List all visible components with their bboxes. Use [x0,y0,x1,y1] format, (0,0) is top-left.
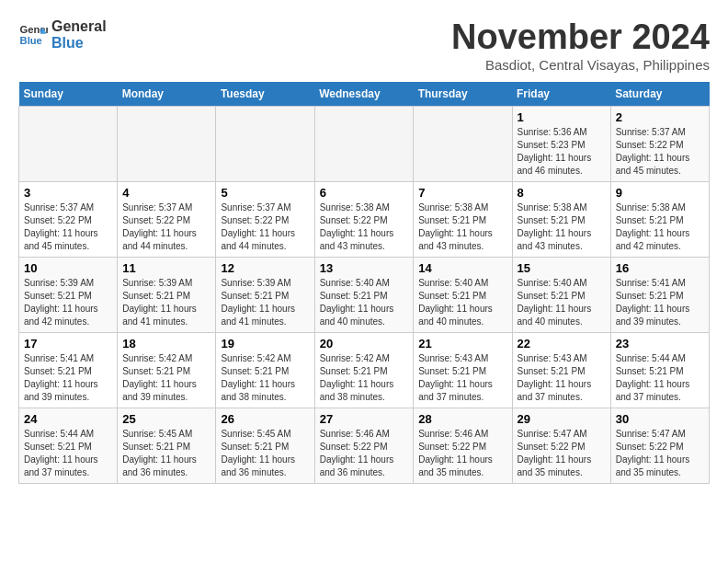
calendar-cell: 4Sunrise: 5:37 AM Sunset: 5:22 PM Daylig… [118,181,216,257]
header: General Blue General Blue November 2024 … [18,18,710,73]
day-number: 11 [122,261,210,275]
day-info: Sunrise: 5:38 AM Sunset: 5:21 PM Dayligh… [616,201,704,253]
day-number: 28 [418,412,506,426]
day-number: 1 [518,110,606,124]
logo: General Blue General Blue [18,18,107,52]
day-info: Sunrise: 5:42 AM Sunset: 5:21 PM Dayligh… [221,352,309,404]
calendar-cell: 26Sunrise: 5:45 AM Sunset: 5:21 PM Dayli… [216,408,314,483]
week-row-5: 24Sunrise: 5:44 AM Sunset: 5:21 PM Dayli… [19,408,710,483]
weekday-header-wednesday: Wednesday [314,82,414,107]
weekday-header-thursday: Thursday [414,82,512,107]
day-number: 13 [320,261,409,275]
month-title: November 2024 [451,18,710,57]
day-info: Sunrise: 5:41 AM Sunset: 5:21 PM Dayligh… [616,277,704,328]
calendar-cell: 25Sunrise: 5:45 AM Sunset: 5:21 PM Dayli… [118,408,216,483]
calendar-cell: 27Sunrise: 5:46 AM Sunset: 5:22 PM Dayli… [314,408,414,483]
day-number: 24 [24,412,112,426]
weekday-header-tuesday: Tuesday [216,82,314,107]
day-info: Sunrise: 5:43 AM Sunset: 5:21 PM Dayligh… [418,352,506,404]
logo-general: General [51,18,107,35]
weekday-header-friday: Friday [512,82,610,107]
calendar-cell: 13Sunrise: 5:40 AM Sunset: 5:21 PM Dayli… [314,257,414,332]
week-row-4: 17Sunrise: 5:41 AM Sunset: 5:21 PM Dayli… [19,332,710,408]
logo-icon: General Blue [18,20,48,50]
day-info: Sunrise: 5:44 AM Sunset: 5:21 PM Dayligh… [616,352,704,404]
day-info: Sunrise: 5:39 AM Sunset: 5:21 PM Dayligh… [24,277,112,328]
day-number: 6 [320,186,409,200]
day-number: 18 [122,337,210,350]
day-number: 2 [616,110,704,124]
day-number: 22 [518,337,606,350]
day-info: Sunrise: 5:37 AM Sunset: 5:22 PM Dayligh… [122,201,210,253]
calendar-cell: 21Sunrise: 5:43 AM Sunset: 5:21 PM Dayli… [414,332,512,408]
day-info: Sunrise: 5:42 AM Sunset: 5:21 PM Dayligh… [122,352,210,404]
day-info: Sunrise: 5:46 AM Sunset: 5:22 PM Dayligh… [418,428,506,479]
calendar-cell: 15Sunrise: 5:40 AM Sunset: 5:21 PM Dayli… [512,257,610,332]
calendar-cell: 3Sunrise: 5:37 AM Sunset: 5:22 PM Daylig… [19,181,118,257]
day-info: Sunrise: 5:46 AM Sunset: 5:22 PM Dayligh… [320,428,409,479]
calendar-cell: 24Sunrise: 5:44 AM Sunset: 5:21 PM Dayli… [19,408,118,483]
week-row-2: 3Sunrise: 5:37 AM Sunset: 5:22 PM Daylig… [19,181,710,257]
day-number: 7 [418,186,506,200]
day-info: Sunrise: 5:39 AM Sunset: 5:21 PM Dayligh… [122,277,210,328]
day-number: 5 [221,186,309,200]
day-info: Sunrise: 5:38 AM Sunset: 5:21 PM Dayligh… [418,201,506,253]
day-info: Sunrise: 5:40 AM Sunset: 5:21 PM Dayligh… [418,277,506,328]
day-number: 10 [24,261,112,275]
day-info: Sunrise: 5:36 AM Sunset: 5:23 PM Dayligh… [518,126,606,178]
calendar-cell [216,106,314,181]
logo-blue: Blue [51,35,107,52]
svg-text:Blue: Blue [20,35,42,46]
title-area: November 2024 Basdiot, Central Visayas, … [451,18,710,73]
calendar-cell: 28Sunrise: 5:46 AM Sunset: 5:22 PM Dayli… [414,408,512,483]
day-info: Sunrise: 5:47 AM Sunset: 5:22 PM Dayligh… [518,428,606,479]
day-number: 19 [221,337,309,350]
calendar-cell: 8Sunrise: 5:38 AM Sunset: 5:21 PM Daylig… [512,181,610,257]
calendar-cell: 18Sunrise: 5:42 AM Sunset: 5:21 PM Dayli… [118,332,216,408]
day-info: Sunrise: 5:47 AM Sunset: 5:22 PM Dayligh… [616,428,704,479]
weekday-header-saturday: Saturday [610,82,709,107]
day-info: Sunrise: 5:37 AM Sunset: 5:22 PM Dayligh… [616,126,704,178]
week-row-1: 1Sunrise: 5:36 AM Sunset: 5:23 PM Daylig… [19,106,710,181]
day-number: 8 [518,186,606,200]
calendar-cell: 5Sunrise: 5:37 AM Sunset: 5:22 PM Daylig… [216,181,314,257]
day-number: 25 [122,412,210,426]
day-number: 20 [320,337,409,350]
calendar-cell: 23Sunrise: 5:44 AM Sunset: 5:21 PM Dayli… [610,332,709,408]
calendar-cell: 17Sunrise: 5:41 AM Sunset: 5:21 PM Dayli… [19,332,118,408]
calendar-cell: 19Sunrise: 5:42 AM Sunset: 5:21 PM Dayli… [216,332,314,408]
calendar-cell [314,106,414,181]
day-info: Sunrise: 5:39 AM Sunset: 5:21 PM Dayligh… [221,277,309,328]
day-number: 26 [221,412,309,426]
day-info: Sunrise: 5:45 AM Sunset: 5:21 PM Dayligh… [221,428,309,479]
day-number: 12 [221,261,309,275]
day-number: 15 [518,261,606,275]
day-number: 3 [24,186,112,200]
day-number: 30 [616,412,704,426]
calendar-cell: 14Sunrise: 5:40 AM Sunset: 5:21 PM Dayli… [414,257,512,332]
weekday-header-monday: Monday [118,82,216,107]
day-number: 29 [518,412,606,426]
calendar-cell [118,106,216,181]
calendar-cell: 11Sunrise: 5:39 AM Sunset: 5:21 PM Dayli… [118,257,216,332]
day-info: Sunrise: 5:38 AM Sunset: 5:22 PM Dayligh… [320,201,409,253]
calendar-table: SundayMondayTuesdayWednesdayThursdayFrid… [18,82,710,484]
calendar-cell: 9Sunrise: 5:38 AM Sunset: 5:21 PM Daylig… [610,181,709,257]
day-number: 4 [122,186,210,200]
day-info: Sunrise: 5:42 AM Sunset: 5:21 PM Dayligh… [320,352,409,404]
calendar-cell [19,106,118,181]
day-info: Sunrise: 5:40 AM Sunset: 5:21 PM Dayligh… [518,277,606,328]
subtitle: Basdiot, Central Visayas, Philippines [451,57,710,73]
calendar-cell: 20Sunrise: 5:42 AM Sunset: 5:21 PM Dayli… [314,332,414,408]
weekday-header-row: SundayMondayTuesdayWednesdayThursdayFrid… [19,82,710,107]
calendar-cell: 10Sunrise: 5:39 AM Sunset: 5:21 PM Dayli… [19,257,118,332]
day-info: Sunrise: 5:37 AM Sunset: 5:22 PM Dayligh… [221,201,309,253]
day-number: 21 [418,337,506,350]
day-number: 23 [616,337,704,350]
day-info: Sunrise: 5:37 AM Sunset: 5:22 PM Dayligh… [24,201,112,253]
day-number: 14 [418,261,506,275]
day-number: 17 [24,337,112,350]
calendar-cell: 30Sunrise: 5:47 AM Sunset: 5:22 PM Dayli… [610,408,709,483]
day-number: 9 [616,186,704,200]
day-info: Sunrise: 5:43 AM Sunset: 5:21 PM Dayligh… [518,352,606,404]
